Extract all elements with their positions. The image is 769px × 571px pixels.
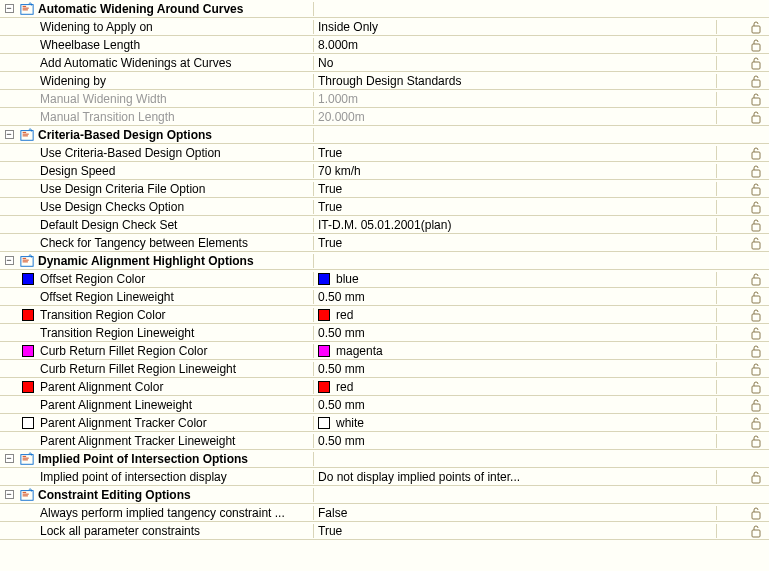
property-row[interactable]: Use Design Criteria File OptionTrue bbox=[0, 180, 769, 198]
property-value[interactable]: 0.50 mm bbox=[314, 362, 717, 376]
lock-icon[interactable] bbox=[743, 164, 769, 178]
property-label: Wheelbase Length bbox=[36, 38, 314, 52]
collapse-toggle[interactable]: − bbox=[0, 4, 18, 13]
property-value[interactable]: Inside Only bbox=[314, 20, 717, 34]
property-value[interactable]: 0.50 mm bbox=[314, 326, 717, 340]
property-row[interactable]: Manual Transition Length20.000m bbox=[0, 108, 769, 126]
section-header-auto_widening[interactable]: −Automatic Widening Around Curves bbox=[0, 0, 769, 18]
lock-icon[interactable] bbox=[743, 380, 769, 394]
lock-icon[interactable] bbox=[743, 344, 769, 358]
svg-rect-18 bbox=[752, 332, 760, 339]
property-value[interactable]: 70 km/h bbox=[314, 164, 717, 178]
property-value[interactable]: IT-D.M. 05.01.2001(plan) bbox=[314, 218, 717, 232]
svg-rect-15 bbox=[752, 278, 760, 285]
property-value[interactable]: Do not display implied points of inter..… bbox=[314, 470, 717, 484]
property-row[interactable]: Parent Alignment Colorred bbox=[0, 378, 769, 396]
svg-rect-20 bbox=[752, 368, 760, 375]
property-row[interactable]: Parent Alignment Lineweight0.50 mm bbox=[0, 396, 769, 414]
lock-icon[interactable] bbox=[743, 200, 769, 214]
section-header-dynamic_highlight[interactable]: −Dynamic Alignment Highlight Options bbox=[0, 252, 769, 270]
lock-icon[interactable] bbox=[743, 308, 769, 322]
lock-icon[interactable] bbox=[743, 38, 769, 52]
property-row[interactable]: Widening to Apply onInside Only bbox=[0, 18, 769, 36]
property-row[interactable]: Parent Alignment Tracker Lineweight0.50 … bbox=[0, 432, 769, 450]
section-header-implied_point[interactable]: −Implied Point of Intersection Options bbox=[0, 450, 769, 468]
property-value[interactable]: magenta bbox=[314, 344, 717, 358]
lock-icon[interactable] bbox=[743, 182, 769, 196]
section-header-criteria_design[interactable]: −Criteria-Based Design Options bbox=[0, 126, 769, 144]
row-indent bbox=[18, 273, 36, 285]
property-row[interactable]: Offset Region Lineweight0.50 mm bbox=[0, 288, 769, 306]
lock-icon[interactable] bbox=[743, 236, 769, 250]
collapse-toggle[interactable]: − bbox=[0, 256, 18, 265]
lock-icon[interactable] bbox=[743, 506, 769, 520]
property-row[interactable]: Curb Return Fillet Region Colormagenta bbox=[0, 342, 769, 360]
lock-icon[interactable] bbox=[743, 218, 769, 232]
property-row[interactable]: Parent Alignment Tracker Colorwhite bbox=[0, 414, 769, 432]
collapse-toggle[interactable]: − bbox=[0, 454, 18, 463]
section-icon bbox=[18, 488, 36, 502]
property-value[interactable]: 0.50 mm bbox=[314, 434, 717, 448]
property-value[interactable]: white bbox=[314, 416, 717, 430]
property-value[interactable]: True bbox=[314, 236, 717, 250]
property-row[interactable]: Add Automatic Widenings at CurvesNo bbox=[0, 54, 769, 72]
lock-icon[interactable] bbox=[743, 398, 769, 412]
property-value[interactable]: 20.000m bbox=[314, 110, 717, 124]
lock-icon[interactable] bbox=[743, 74, 769, 88]
property-row[interactable]: Curb Return Fillet Region Lineweight0.50… bbox=[0, 360, 769, 378]
lock-icon[interactable] bbox=[743, 272, 769, 286]
property-row[interactable]: Lock all parameter constraintsTrue bbox=[0, 522, 769, 540]
property-value[interactable]: blue bbox=[314, 272, 717, 286]
property-row[interactable]: Implied point of intersection displayDo … bbox=[0, 468, 769, 486]
property-value[interactable]: 8.000m bbox=[314, 38, 717, 52]
property-value[interactable]: True bbox=[314, 524, 717, 538]
lock-icon[interactable] bbox=[743, 416, 769, 430]
property-row[interactable]: Transition Region Lineweight0.50 mm bbox=[0, 324, 769, 342]
property-label: Design Speed bbox=[36, 164, 314, 178]
svg-rect-1 bbox=[752, 26, 760, 33]
property-row[interactable]: Use Design Checks OptionTrue bbox=[0, 198, 769, 216]
property-row[interactable]: Manual Widening Width1.000m bbox=[0, 90, 769, 108]
section-header-constraint_editing[interactable]: −Constraint Editing Options bbox=[0, 486, 769, 504]
section-title: Criteria-Based Design Options bbox=[36, 128, 314, 142]
property-row[interactable]: Design Speed70 km/h bbox=[0, 162, 769, 180]
property-value[interactable]: 0.50 mm bbox=[314, 290, 717, 304]
collapse-toggle[interactable]: − bbox=[0, 130, 18, 139]
lock-icon[interactable] bbox=[743, 56, 769, 70]
property-row[interactable]: Always perform implied tangency constrai… bbox=[0, 504, 769, 522]
property-row[interactable]: Widening byThrough Design Standards bbox=[0, 72, 769, 90]
lock-icon[interactable] bbox=[743, 434, 769, 448]
property-value[interactable]: No bbox=[314, 56, 717, 70]
property-row[interactable]: Transition Region Colorred bbox=[0, 306, 769, 324]
row-indent bbox=[18, 381, 36, 393]
lock-icon[interactable] bbox=[743, 524, 769, 538]
property-row[interactable]: Use Criteria-Based Design OptionTrue bbox=[0, 144, 769, 162]
property-value[interactable]: True bbox=[314, 146, 717, 160]
section-icon bbox=[18, 128, 36, 142]
collapse-toggle[interactable]: − bbox=[0, 490, 18, 499]
lock-icon[interactable] bbox=[743, 110, 769, 124]
property-row[interactable]: Check for Tangency between ElementsTrue bbox=[0, 234, 769, 252]
lock-icon[interactable] bbox=[743, 20, 769, 34]
property-value[interactable]: True bbox=[314, 200, 717, 214]
property-row[interactable]: Offset Region Colorblue bbox=[0, 270, 769, 288]
lock-icon[interactable] bbox=[743, 326, 769, 340]
svg-rect-8 bbox=[752, 152, 760, 159]
lock-icon[interactable] bbox=[743, 92, 769, 106]
property-value[interactable]: red bbox=[314, 308, 717, 322]
property-value[interactable]: 0.50 mm bbox=[314, 398, 717, 412]
lock-icon[interactable] bbox=[743, 470, 769, 484]
property-value[interactable]: False bbox=[314, 506, 717, 520]
property-row[interactable]: Wheelbase Length8.000m bbox=[0, 36, 769, 54]
property-value[interactable]: True bbox=[314, 182, 717, 196]
property-value[interactable]: red bbox=[314, 380, 717, 394]
property-label: Add Automatic Widenings at Curves bbox=[36, 56, 314, 70]
property-row[interactable]: Default Design Check SetIT-D.M. 05.01.20… bbox=[0, 216, 769, 234]
property-value[interactable]: 1.000m bbox=[314, 92, 717, 106]
property-label: Default Design Check Set bbox=[36, 218, 314, 232]
lock-icon[interactable] bbox=[743, 146, 769, 160]
lock-icon[interactable] bbox=[743, 290, 769, 304]
lock-icon[interactable] bbox=[743, 362, 769, 376]
property-label: Implied point of intersection display bbox=[36, 470, 314, 484]
property-value[interactable]: Through Design Standards bbox=[314, 74, 717, 88]
